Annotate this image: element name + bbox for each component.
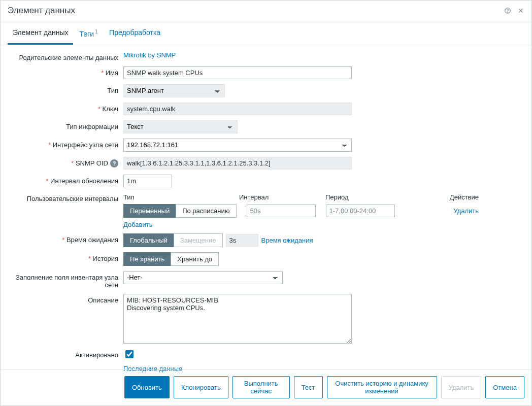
ci-flexible-button[interactable]: Переменный bbox=[123, 204, 176, 218]
tab-tags[interactable]: Теги1 bbox=[74, 22, 103, 45]
inventory-select[interactable]: -Нет- bbox=[123, 271, 283, 284]
timeout-value-input bbox=[226, 234, 258, 247]
update-interval-input[interactable] bbox=[123, 175, 172, 187]
tab-tags-label: Теги bbox=[79, 30, 93, 38]
label-enabled: Активировано bbox=[8, 349, 123, 359]
label-timeout: Время ожидания bbox=[8, 233, 123, 244]
timeout-override-button: Замещение bbox=[174, 233, 223, 247]
help-icon[interactable] bbox=[504, 7, 511, 14]
label-key: Ключ bbox=[8, 103, 123, 113]
timeout-link[interactable]: Время ожидания bbox=[261, 236, 313, 244]
dialog-header: Элемент данных bbox=[1, 1, 531, 22]
history-segment: Не хранить Хранить до bbox=[123, 252, 219, 266]
label-history: История bbox=[8, 252, 123, 262]
ci-head-action: Действие bbox=[450, 193, 479, 201]
tab-item[interactable]: Элемент данных bbox=[8, 22, 73, 45]
key-input[interactable] bbox=[123, 103, 352, 115]
parent-link[interactable]: Mikrotik by SNMP bbox=[123, 51, 176, 59]
update-button[interactable]: Обновить bbox=[124, 376, 170, 398]
label-name: Имя bbox=[8, 66, 123, 77]
ci-interval-input[interactable] bbox=[247, 205, 316, 217]
custom-intervals-box: Тип Интервал Период Действие Переменный … bbox=[123, 192, 479, 228]
delete-button: Удалить bbox=[441, 376, 482, 398]
label-description: Описание bbox=[8, 294, 123, 304]
ci-delete-link[interactable]: Удалить bbox=[453, 207, 479, 215]
label-custom-intervals: Пользовательские интервалы bbox=[8, 192, 123, 202]
history-storeuntil-button[interactable]: Хранить до bbox=[171, 252, 219, 266]
ci-head-period: Период bbox=[325, 193, 402, 201]
close-icon[interactable] bbox=[517, 7, 524, 14]
type-select[interactable]: SNMP агент bbox=[123, 84, 225, 97]
ci-head-type: Тип bbox=[123, 193, 229, 201]
item-dialog: Элемент данных Элемент данных Теги1 Пред… bbox=[0, 0, 532, 406]
timeout-segment: Глобальный Замещение bbox=[123, 233, 223, 247]
label-type: Тип bbox=[8, 84, 123, 94]
test-button[interactable]: Тест bbox=[294, 376, 323, 398]
description-textarea[interactable]: MIB: HOST-RESOURCES-MIB Discovering syst… bbox=[123, 294, 352, 344]
ci-head-interval: Интервал bbox=[239, 193, 315, 201]
clear-history-button[interactable]: Очистить историю и динамику изменений bbox=[327, 376, 437, 398]
help-snmp-icon[interactable]: ? bbox=[110, 159, 118, 167]
history-nostore-button[interactable]: Не хранить bbox=[123, 252, 171, 266]
label-parent: Родительские элементы данных bbox=[8, 51, 123, 61]
clone-button[interactable]: Клонировать bbox=[174, 376, 228, 398]
timeout-global-button[interactable]: Глобальный bbox=[123, 233, 174, 247]
label-info-type: Тип информации bbox=[8, 120, 123, 130]
label-update-interval: Интервал обновления bbox=[8, 175, 123, 185]
tab-tags-count: 1 bbox=[95, 28, 98, 35]
ci-type-segment: Переменный По расписанию bbox=[123, 204, 237, 218]
form: Родительские элементы данных Mikrotik by… bbox=[1, 45, 531, 380]
dialog-title: Элемент данных bbox=[8, 6, 75, 16]
ci-scheduling-button[interactable]: По расписанию bbox=[176, 204, 236, 218]
label-interface: Интерфейс узла сети bbox=[8, 139, 123, 149]
snmp-oid-input[interactable] bbox=[123, 157, 352, 170]
label-snmp-oid: SNMP OID? bbox=[8, 157, 123, 167]
svg-point-1 bbox=[508, 12, 508, 12]
ci-row: Переменный По расписанию Удалить bbox=[123, 204, 479, 218]
tabs: Элемент данных Теги1 Предобработка bbox=[1, 22, 531, 45]
execute-now-button[interactable]: Выполнить сейчас bbox=[232, 376, 290, 398]
footer: Обновить Клонировать Выполнить сейчас Те… bbox=[1, 369, 531, 405]
interface-select[interactable]: 192.168.72.1:161 bbox=[123, 139, 352, 152]
cancel-button[interactable]: Отмена bbox=[485, 376, 524, 398]
name-input[interactable] bbox=[123, 66, 352, 79]
enabled-checkbox[interactable] bbox=[125, 350, 134, 358]
ci-add-link[interactable]: Добавить bbox=[123, 221, 479, 228]
tab-preprocessing[interactable]: Предобработка bbox=[104, 22, 165, 45]
label-inventory: Заполнение поля инвентаря узла сети bbox=[8, 271, 123, 289]
info-type-select[interactable]: Текст bbox=[123, 120, 238, 133]
ci-period-input[interactable] bbox=[326, 205, 395, 217]
